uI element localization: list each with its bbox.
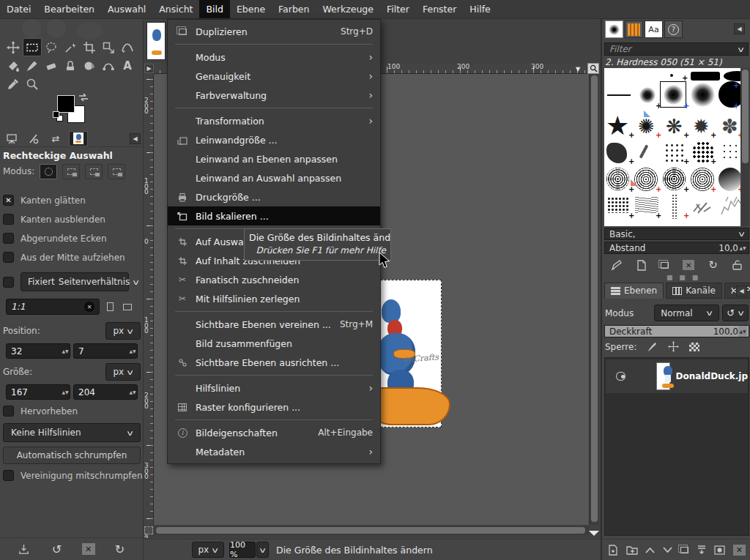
- menu-item-leinwandgroesse[interactable]: Leinwandgröße ...: [168, 130, 380, 149]
- tab-fonts[interactable]: Aa: [645, 20, 663, 38]
- menu-item-leinwand-ebenen[interactable]: Leinwand an Ebenen anpassen: [168, 149, 380, 168]
- fixed-checkbox[interactable]: [3, 277, 14, 288]
- highlight-checkbox[interactable]: [3, 406, 14, 417]
- opacity-slider[interactable]: Deckkraft 100,0 ▲▼: [604, 325, 749, 337]
- fuzzy-select-tool[interactable]: [61, 38, 80, 56]
- delete-layer-button[interactable]: ✕: [733, 545, 746, 556]
- dock-menu-button[interactable]: ◀: [130, 133, 141, 144]
- crop-tool[interactable]: [80, 38, 99, 56]
- spinner-arrows[interactable]: ▲▼: [61, 349, 70, 353]
- mode-add-button[interactable]: [62, 164, 80, 179]
- brush-thumbnail[interactable]: [724, 71, 740, 81]
- menu-bild[interactable]: Bild: [199, 0, 229, 18]
- brushes-menu-button[interactable]: ◀: [734, 23, 745, 34]
- reset-options-button[interactable]: ↻: [112, 542, 128, 556]
- brush-thumbnail[interactable]: [719, 194, 740, 217]
- zoom-level-dropdown[interactable]: ∨: [256, 542, 269, 558]
- brush-thumbnail[interactable]: [691, 72, 720, 81]
- zoom-image-button[interactable]: [587, 63, 599, 74]
- lower-layer-button[interactable]: [663, 547, 672, 553]
- foreground-color-swatch[interactable]: [57, 95, 75, 113]
- lock-alpha-icon[interactable]: [689, 343, 699, 351]
- menu-item-genauigkeit[interactable]: Genauigkeit›: [168, 67, 380, 86]
- lock-pixels-icon[interactable]: [647, 341, 658, 352]
- expand-center-checkbox[interactable]: [3, 252, 14, 263]
- brush-thumbnail[interactable]: [606, 143, 627, 163]
- new-layer-button[interactable]: [608, 545, 618, 556]
- menu-bearbeiten[interactable]: Bearbeiten: [37, 0, 101, 18]
- brush-scrollbar[interactable]: [741, 68, 749, 226]
- menu-fenster[interactable]: Fenster: [416, 0, 463, 18]
- menu-ansicht[interactable]: Ansicht: [152, 0, 199, 18]
- spacing-slider[interactable]: Abstand 10,0 ▲▼: [604, 242, 749, 254]
- brush-thumbnail[interactable]: [634, 168, 658, 191]
- brush-thumbnail[interactable]: [721, 143, 740, 162]
- menu-item-leinwand-auswahl[interactable]: Leinwand an Auswahl anpassen: [168, 168, 380, 187]
- raise-layer-button[interactable]: [645, 547, 655, 553]
- mode-intersect-button[interactable]: [108, 164, 125, 179]
- menu-item-fanatisch-zuschneiden[interactable]: ✂ Fanatisch zuschneiden: [168, 270, 380, 289]
- refresh-brushes-button[interactable]: ↻: [708, 258, 718, 272]
- brush-thumbnail[interactable]: [663, 168, 686, 190]
- tab-image-thumbnail[interactable]: [69, 131, 88, 146]
- menu-item-bild-zusammenfuegen[interactable]: Bild zusammenfügen: [168, 334, 380, 353]
- spinner-arrows[interactable]: ▲▼: [128, 349, 137, 353]
- rectangle-select-tool[interactable]: [23, 38, 42, 56]
- dock-resize-grip[interactable]: ■ ■ ■: [667, 274, 700, 281]
- horizontal-scrollbar-thumb[interactable]: [156, 527, 585, 534]
- smudge-tool[interactable]: [80, 56, 99, 75]
- ruler-corner-menu-button[interactable]: ▶: [144, 64, 154, 73]
- spinner-arrows[interactable]: ▲▼: [128, 390, 137, 394]
- shrink-merged-checkbox[interactable]: [3, 470, 14, 481]
- brush-thumbnail[interactable]: [607, 94, 631, 96]
- menu-item-mit-hilfslinien-zerlegen[interactable]: ✂ Mit Hilfslinien zerlegen: [168, 289, 380, 308]
- size-unit-dropdown[interactable]: px∨: [105, 363, 141, 381]
- menu-item-metadaten[interactable]: Metadaten›: [168, 442, 380, 461]
- tab-help[interactable]: ?: [664, 20, 683, 38]
- brush-thumbnail[interactable]: [635, 197, 658, 213]
- brush-thumbnail[interactable]: [639, 144, 649, 159]
- menu-item-sichtbare-ebenen-ausrichten[interactable]: Sichtbare Ebenen ausrichten ...: [168, 353, 380, 372]
- navigation-preview-button[interactable]: [589, 526, 599, 536]
- bucket-fill-tool[interactable]: [4, 56, 23, 75]
- portrait-orientation-button[interactable]: [104, 300, 116, 313]
- tab-device-status[interactable]: [25, 131, 42, 146]
- antialias-checkbox[interactable]: ✕: [3, 195, 14, 206]
- brush-filter-input[interactable]: Filter ∨: [604, 42, 749, 56]
- autoshrink-button[interactable]: Automatisch schrumpfen: [3, 447, 141, 464]
- mode-subtract-button[interactable]: [85, 164, 103, 179]
- brush-thumbnail[interactable]: ✽: [721, 116, 738, 136]
- open-brush-button[interactable]: [732, 260, 743, 270]
- mode-replace-button[interactable]: [40, 164, 57, 179]
- menu-datei[interactable]: Datei: [0, 0, 37, 18]
- menu-werkzeuge[interactable]: Werkzeuge: [316, 0, 380, 18]
- transform-tool[interactable]: [99, 38, 118, 56]
- clone-tool[interactable]: [61, 56, 80, 75]
- zoom-level-field[interactable]: 100 %: [229, 542, 256, 558]
- vertical-ruler[interactable]: 200 100 0 100 200 300 400: [144, 74, 154, 525]
- mode-group-switch-button[interactable]: ↺∨: [722, 305, 749, 321]
- menu-auswahl[interactable]: Auswahl: [101, 0, 152, 18]
- spinner-arrows[interactable]: ▲▼: [738, 246, 747, 250]
- feather-checkbox[interactable]: [3, 214, 14, 225]
- menu-item-duplizieren[interactable]: Duplizieren Strg+D: [168, 22, 380, 41]
- tab-patterns[interactable]: [625, 20, 643, 38]
- brush-thumbnail[interactable]: ✹: [693, 116, 710, 136]
- position-y-field[interactable]: 7 ▲▼: [73, 343, 138, 359]
- brush-thumbnail[interactable]: ✺: [638, 116, 655, 136]
- brush-thumbnail[interactable]: [691, 83, 715, 107]
- duplicate-brush-button[interactable]: [661, 262, 669, 269]
- brush-thumbnail[interactable]: ❋: [666, 116, 683, 136]
- menu-item-raster-konfigurieren[interactable]: Raster konfigurieren ...: [168, 397, 380, 417]
- layer-visibility-eye-icon[interactable]: [616, 372, 625, 381]
- status-unit-dropdown[interactable]: px∨: [192, 542, 224, 558]
- free-select-tool[interactable]: [42, 38, 61, 56]
- layer-thumbnail[interactable]: [656, 362, 670, 390]
- clear-icon[interactable]: ✕: [84, 302, 94, 312]
- text-tool[interactable]: A: [118, 56, 137, 75]
- spinner-arrows[interactable]: ▲▼: [738, 326, 747, 337]
- menu-item-sichtbare-ebenen-vereinen[interactable]: Sichtbare Ebenen vereinen ... Strg+M: [168, 315, 380, 334]
- delete-brush-button[interactable]: ✕: [683, 260, 694, 270]
- delete-options-button[interactable]: ✕: [82, 543, 95, 555]
- lock-position-icon[interactable]: [668, 341, 679, 352]
